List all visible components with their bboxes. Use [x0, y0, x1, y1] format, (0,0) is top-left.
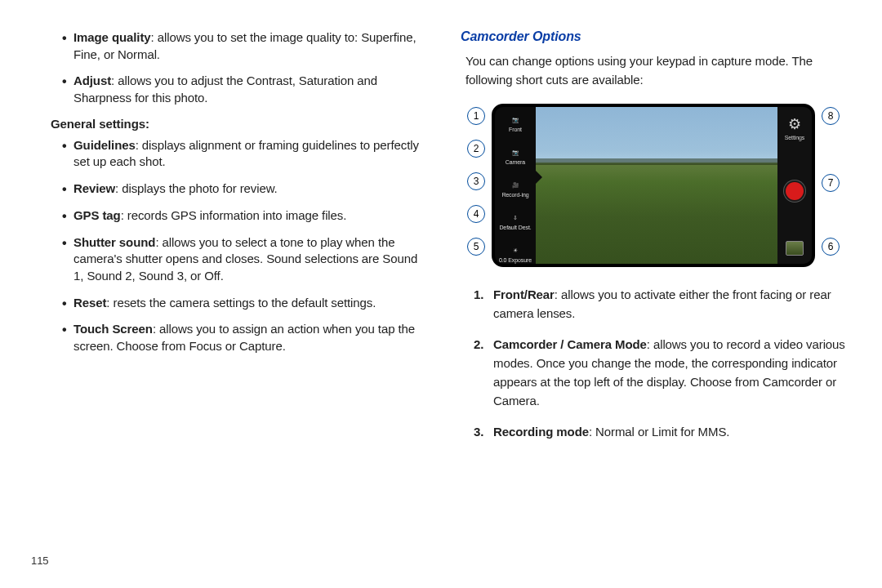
recording-mode-icon: 🎥Record-ing: [495, 172, 536, 205]
list-item: Front/Rear: allows you to activate eithe…: [493, 285, 851, 323]
term: Touch Screen: [74, 322, 153, 336]
callout-8: 8: [822, 107, 840, 125]
callout-5: 5: [467, 238, 485, 256]
term: Image quality: [74, 30, 151, 44]
desc: : allows you to adjust the Contrast, Sat…: [74, 74, 377, 105]
list-item: Review: displays the photo for review.: [74, 180, 421, 198]
numbered-list: Front/Rear: allows you to activate eithe…: [461, 285, 851, 441]
list-item: Adjust: allows you to adjust the Contras…: [74, 73, 421, 106]
desc: : resets the camera settings to the defa…: [106, 296, 376, 310]
camera-mode-icon: 📷Camera: [495, 140, 536, 172]
callout-4: 4: [467, 205, 485, 223]
list-item: Shutter sound: allows you to select a to…: [74, 234, 421, 285]
desc: : records GPS information into image fil…: [121, 208, 347, 222]
gear-icon: ⚙: [788, 115, 801, 133]
list-item: GPS tag: records GPS information into im…: [74, 207, 421, 225]
left-icon-bar: 📷Front 📷Camera 🎥Record-ing ⇩Default Dest…: [495, 107, 536, 264]
list-item: Touch Screen: allows you to assign an ac…: [74, 321, 421, 354]
term: Camcorder / Camera Mode: [493, 337, 647, 351]
term: Shutter sound: [74, 235, 155, 249]
list-item: Reset: resets the camera settings to the…: [74, 295, 421, 312]
desc: : Normal or Limit for MMS.: [589, 425, 729, 439]
term: GPS tag: [74, 208, 121, 222]
callout-1: 1: [467, 107, 485, 125]
list-item: Recording mode: Normal or Limit for MMS.: [493, 422, 851, 441]
term: Reset: [74, 296, 106, 310]
callout-2: 2: [467, 140, 485, 158]
desc: : displays the photo for review.: [115, 181, 278, 195]
intro-text: You can change options using your keypad…: [466, 52, 851, 89]
front-rear-icon: 📷Front: [495, 107, 536, 140]
camcorder-options-heading: Camcorder Options: [461, 29, 851, 44]
horizon-decoration: [536, 158, 777, 165]
left-column: Image quality: allows you to set the ima…: [31, 29, 421, 452]
right-column: Camcorder Options You can change options…: [461, 29, 851, 452]
list-item: Guidelines: displays alignment or framin…: [74, 137, 421, 171]
top-bullet-list: Image quality: allows you to set the ima…: [31, 29, 421, 107]
term: Review: [74, 181, 115, 195]
chevron-right-icon: [536, 171, 542, 184]
settings-icon: ⚙Settings: [785, 115, 805, 140]
general-settings-heading: General settings:: [51, 117, 421, 131]
gallery-thumb-icon: [786, 241, 804, 256]
exposure-icon: ☀0.0 Exposure: [495, 238, 536, 267]
term: Recording mode: [493, 425, 589, 439]
callout-6: 6: [822, 238, 840, 256]
camcorder-diagram: 📷Front 📷Camera 🎥Record-ing ⇩Default Dest…: [466, 104, 841, 267]
list-item: Image quality: allows you to set the ima…: [74, 29, 421, 63]
phone-frame: 📷Front 📷Camera 🎥Record-ing ⇩Default Dest…: [492, 104, 815, 267]
term: Front/Rear: [493, 287, 555, 301]
term: Guidelines: [74, 138, 136, 152]
viewfinder: [536, 107, 777, 264]
callout-3: 3: [467, 172, 485, 190]
callout-7: 7: [822, 174, 840, 192]
record-button-icon: [786, 182, 804, 200]
general-bullet-list: Guidelines: displays alignment or framin…: [31, 137, 421, 355]
right-icon-bar: ⚙Settings: [777, 107, 812, 264]
list-item: Camcorder / Camera Mode: allows you to r…: [493, 335, 851, 411]
page-number: 115: [31, 555, 48, 567]
default-dest-icon: ⇩Default Dest.: [495, 205, 536, 238]
term: Adjust: [74, 74, 111, 87]
